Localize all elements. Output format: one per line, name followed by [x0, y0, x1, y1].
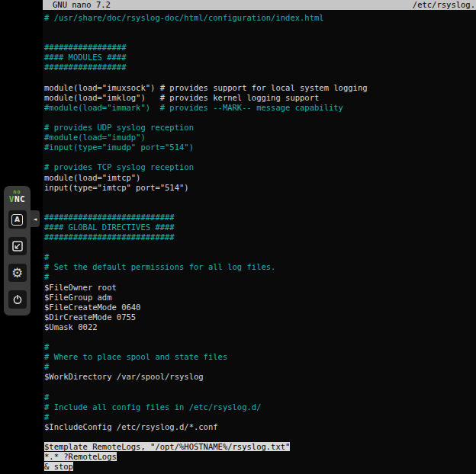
desktop-background: no VNC A⚙ ◄ [0, 0, 43, 474]
editor-line: $FileCreateMode 0640 [44, 303, 476, 312]
editor-line [44, 332, 476, 342]
editor-line: & stop [44, 462, 476, 472]
editor-line [44, 23, 476, 33]
novnc-control-bar: no VNC A⚙ [4, 186, 31, 315]
editor-line: $DirCreateMode 0755 [44, 312, 476, 322]
novnc-logo[interactable]: no VNC [9, 190, 25, 203]
editor-line [44, 73, 476, 83]
nano-version: GNU nano 7.2 [53, 0, 111, 10]
editor-line [44, 432, 476, 442]
editor-line: $template RemoteLogs, "/opt/%HOSTNAME%/r… [44, 442, 476, 452]
editor-line: module(load="imtcp") [44, 173, 476, 183]
editor-line: module(load="imuxsock") # provides suppo… [44, 83, 476, 93]
nano-filename: /etc/rsyslog. [413, 0, 475, 10]
editor-line: module(load="imklog") # provides kernel … [44, 93, 476, 103]
editor-line: $FileGroup adm [44, 293, 476, 303]
editor-line: #module(load="immark") # provides --MARK… [44, 103, 476, 113]
editor-content[interactable]: # /usr/share/doc/rsyslog-doc/html/config… [43, 10, 476, 472]
editor-line: #input(type="imudp" port="514") [44, 143, 476, 152]
editor-line [44, 203, 476, 213]
editor-line: # [44, 342, 476, 352]
disconnect-button[interactable] [8, 290, 27, 309]
editor-line: #module(load="imudp") [44, 133, 476, 143]
editor-line: # [44, 252, 476, 262]
gear-icon: ⚙ [11, 267, 23, 280]
editor-line: # [44, 412, 476, 422]
editor-line: $Umask 0022 [44, 322, 476, 332]
editor-line: ########################### [44, 232, 476, 242]
control-bar-buttons: A⚙ [8, 210, 27, 309]
fullscreen-icon [12, 241, 23, 251]
nano-titlebar: GNU nano 7.2 /etc/rsyslog. [43, 0, 476, 10]
editor-line: ################# [44, 62, 476, 72]
editor-line: # [44, 392, 476, 402]
settings-button[interactable]: ⚙ [8, 264, 27, 282]
collapse-arrow-icon: ◄ [34, 216, 37, 223]
editor-line: #### GLOBAL DIRECTIVES #### [44, 223, 476, 232]
editor-line [44, 113, 476, 123]
editor-line: ################# [44, 43, 476, 53]
editor-line: $FileOwner root [44, 283, 476, 293]
editor-line: #### MODULES #### [44, 53, 476, 62]
editor-line: # [44, 362, 476, 372]
editor-line: ########################### [44, 213, 476, 223]
novnc-logo-vnc: VNC [9, 195, 25, 203]
editor-line: # provides UDP syslog reception [44, 123, 476, 133]
editor-line [44, 382, 476, 392]
editor-line [44, 193, 476, 203]
editor-line [44, 152, 476, 162]
editor-line: # provides TCP syslog reception [44, 162, 476, 172]
editor-line: # [44, 272, 476, 282]
editor-line: *.* ?RemoteLogs [44, 452, 476, 462]
editor-line: $WorkDirectory /var/spool/rsyslog [44, 372, 476, 382]
power-icon [12, 294, 23, 305]
editor-line: # Where to place spool and state files [44, 352, 476, 362]
editor-line: input(type="imtcp" port="514") [44, 183, 476, 193]
editor-line: # Include all config files in /etc/rsysl… [44, 402, 476, 412]
editor-line: # Set the default permissions for all lo… [44, 262, 476, 272]
terminal-window[interactable]: GNU nano 7.2 /etc/rsyslog. # /usr/share/… [43, 0, 476, 474]
fullscreen-button[interactable] [8, 237, 27, 255]
control-bar-handle[interactable]: ◄ [31, 210, 40, 227]
keyboard-a-icon: A [11, 214, 23, 226]
editor-line: $IncludeConfig /etc/rsyslog.d/*.conf [44, 422, 476, 432]
extra-keys-button[interactable]: A [8, 210, 27, 229]
editor-line [44, 242, 476, 252]
editor-line [44, 33, 476, 43]
editor-line: # /usr/share/doc/rsyslog-doc/html/config… [44, 13, 476, 23]
